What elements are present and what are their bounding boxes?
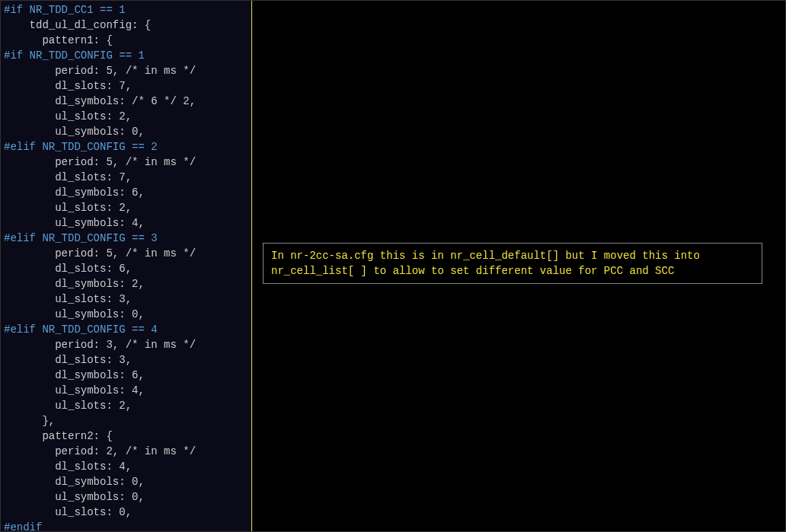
annotation-text: In nr-2cc-sa.cfg this is in nr_cell_defa…	[271, 250, 700, 277]
code-line: ul_slots: 2,	[1, 109, 251, 124]
code-line: period: 5, /* in ms */	[1, 155, 251, 170]
annotation-box: In nr-2cc-sa.cfg this is in nr_cell_defa…	[263, 243, 762, 284]
code-line: },	[1, 413, 251, 428]
code-line: ul_symbols: 4,	[1, 383, 251, 398]
code-panel: #if NR_TDD_CC1 == 1 tdd_ul_dl_config: { …	[1, 1, 252, 531]
code-line: #if NR_TDD_CC1 == 1	[1, 2, 251, 18]
code-line: dl_symbols: 2,	[1, 276, 251, 291]
code-line: period: 3, /* in ms */	[1, 337, 251, 352]
code-line: dl_slots: 3,	[1, 352, 251, 368]
code-line: ul_symbols: 0,	[1, 307, 251, 322]
code-line: period: 5, /* in ms */	[1, 63, 251, 78]
code-line: ul_symbols: 0,	[1, 124, 251, 139]
code-line: pattern2: {	[1, 428, 251, 444]
code-line: #if NR_TDD_CONFIG == 1	[1, 48, 251, 63]
code-line: dl_slots: 7,	[1, 170, 251, 185]
annotation-panel: In nr-2cc-sa.cfg this is in nr_cell_defa…	[252, 1, 785, 531]
code-line: ul_symbols: 4,	[1, 215, 251, 231]
code-line: dl_symbols: 0,	[1, 474, 251, 489]
code-line: tdd_ul_dl_config: {	[1, 18, 251, 33]
code-line: dl_symbols: /* 6 */ 2,	[1, 94, 251, 109]
code-line: period: 5, /* in ms */	[1, 246, 251, 261]
code-line: period: 2, /* in ms */	[1, 444, 251, 459]
code-line: dl_symbols: 6,	[1, 185, 251, 200]
code-line: ul_slots: 2,	[1, 398, 251, 413]
code-line: pattern1: {	[1, 33, 251, 48]
code-line: dl_slots: 7,	[1, 78, 251, 94]
code-line: ul_slots: 3,	[1, 291, 251, 307]
code-line: ul_slots: 2,	[1, 200, 251, 215]
code-line: #elif NR_TDD_CONFIG == 2	[1, 139, 251, 155]
code-line: dl_slots: 4,	[1, 459, 251, 474]
code-line: #elif NR_TDD_CONFIG == 4	[1, 322, 251, 337]
code-line: ul_slots: 0,	[1, 505, 251, 520]
main-container: #if NR_TDD_CC1 == 1 tdd_ul_dl_config: { …	[0, 0, 786, 532]
code-line: #endif	[1, 520, 251, 531]
code-line: dl_slots: 6,	[1, 261, 251, 276]
code-line: ul_symbols: 0,	[1, 489, 251, 505]
code-line: #elif NR_TDD_CONFIG == 3	[1, 231, 251, 246]
code-line: dl_symbols: 6,	[1, 368, 251, 383]
